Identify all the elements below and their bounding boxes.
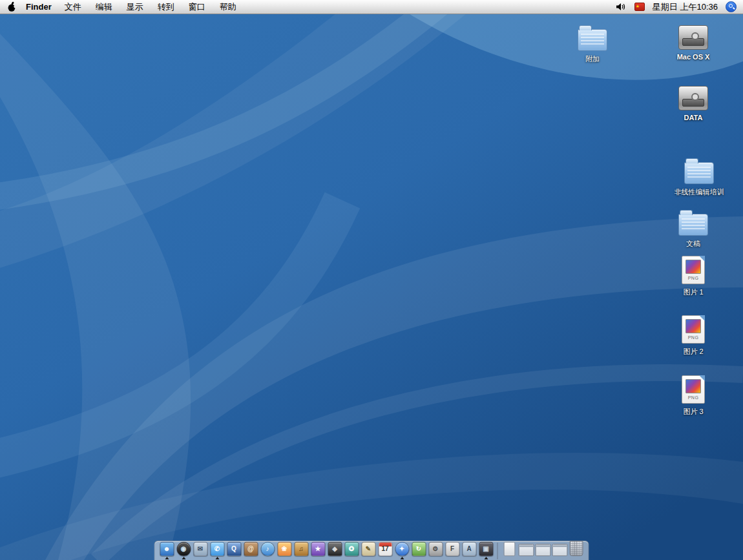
dock-minimized-window-2[interactable]: [536, 544, 550, 559]
png-badge-label: PNG: [688, 395, 699, 400]
finder-icon: ☻: [160, 542, 174, 556]
running-indicator: [165, 557, 169, 559]
trash-icon: [570, 541, 583, 556]
idvd-icon: ◆: [328, 542, 342, 556]
dock: ☻◉✉✆Q@♪❀♫★◆✪✎17✦↻⚙FA▣: [154, 541, 589, 560]
dock-system-preferences[interactable]: ⚙: [428, 542, 443, 559]
quicktime-glyph: Q: [231, 546, 236, 552]
ichat-glyph: ✆: [215, 546, 220, 552]
desktop-icon-label: 文稿: [686, 239, 700, 249]
folder-icon: [678, 214, 708, 236]
volume-icon[interactable]: [616, 3, 627, 11]
system-preferences-glyph: ⚙: [433, 546, 439, 552]
menu-item-1[interactable]: 文件: [65, 1, 81, 13]
spotlight-handle: [733, 7, 735, 10]
png-thumbnail: [685, 379, 701, 393]
folder-icon: [684, 162, 714, 184]
ical-icon: 17: [378, 542, 392, 556]
desktop-wallpaper: [0, 0, 743, 560]
isync-glyph: ↻: [416, 546, 421, 552]
apple-menu-icon[interactable]: [6, 1, 17, 12]
dock-itunes[interactable]: ♪: [260, 542, 275, 559]
dock-iphoto[interactable]: ❀: [277, 542, 292, 559]
desktop-icon-label: DATA: [684, 114, 703, 121]
document-icon: [503, 542, 515, 556]
png-file-icon: PNG: [682, 375, 705, 404]
dictionary-icon: A: [462, 542, 476, 556]
address-book-icon: @: [244, 542, 258, 556]
desktop-icon-label: 图片 3: [683, 407, 703, 417]
dock-video-editor[interactable]: ▣: [479, 542, 494, 559]
desktop-icon-macosx-disk[interactable]: Mac OS X: [667, 22, 719, 61]
menubar-menus: 文件编辑显示转到窗口帮助: [65, 1, 236, 13]
iphoto-glyph: ❀: [282, 546, 287, 552]
dock-finder[interactable]: ☻: [160, 542, 174, 559]
dock-dashboard[interactable]: ◉: [176, 542, 191, 559]
menu-item-5[interactable]: 窗口: [189, 1, 205, 13]
dashboard-icon: ◉: [176, 542, 191, 556]
menu-item-4[interactable]: 转到: [158, 1, 174, 13]
dock-mail[interactable]: ✉: [193, 542, 208, 559]
pages-glyph: ✎: [366, 546, 371, 552]
dock-minimized-window-3[interactable]: [552, 544, 567, 559]
menu-item-3[interactable]: 显示: [127, 1, 143, 13]
dock-garageband[interactable]: ♫: [294, 542, 309, 559]
desktop-icon-image-1[interactable]: PNG 图片 1: [667, 256, 719, 297]
desktop-icon-editing-training-folder[interactable]: 非线性编辑培训: [673, 156, 725, 197]
quicktime-icon: Q: [227, 542, 241, 556]
dock-ical[interactable]: 17: [378, 542, 393, 559]
safari-icon: ✦: [395, 542, 409, 556]
dock-iweb[interactable]: ✪: [344, 542, 359, 559]
desktop-icon-documents-folder[interactable]: 文稿: [667, 208, 719, 249]
mail-glyph: ✉: [198, 546, 203, 552]
dock-dictionary[interactable]: A: [462, 542, 477, 559]
video-editor-icon: ▣: [479, 542, 493, 556]
dock-divider: [497, 543, 498, 559]
desktop-icon-label: Mac OS X: [677, 53, 710, 61]
system-preferences-icon: ⚙: [428, 542, 443, 556]
dock-idvd[interactable]: ◆: [328, 542, 342, 559]
dock-pages[interactable]: ✎: [361, 542, 376, 559]
png-badge-label: PNG: [688, 335, 699, 340]
running-indicator: [400, 557, 404, 559]
running-indicator: [215, 557, 219, 559]
menu-item-2[interactable]: 编辑: [96, 1, 112, 13]
desktop-icon-image-2[interactable]: PNG 图片 2: [667, 315, 719, 357]
dock-safari[interactable]: ✦: [395, 542, 410, 559]
dock-ichat[interactable]: ✆: [210, 542, 225, 559]
active-app-name[interactable]: Finder: [26, 2, 52, 12]
input-source-flag-icon[interactable]: ★: [634, 3, 645, 11]
desktop-icon-image-3[interactable]: PNG 图片 3: [667, 375, 719, 417]
menu-item-6[interactable]: 帮助: [220, 1, 236, 13]
garageband-icon: ♫: [294, 542, 308, 556]
dock-address-book[interactable]: @: [244, 542, 258, 559]
running-indicator: [182, 557, 185, 559]
dashboard-glyph: ◉: [181, 546, 187, 552]
itunes-icon: ♪: [260, 542, 275, 556]
address-book-glyph: @: [247, 546, 254, 552]
dock-apps-section: ☻◉✉✆Q@♪❀♫★◆✪✎17✦↻⚙FA▣: [160, 542, 494, 559]
iphoto-icon: ❀: [277, 542, 291, 556]
menubar-clock[interactable]: 星期日 上午10:36: [653, 1, 718, 13]
dock-trash[interactable]: [569, 541, 584, 559]
dock-documents-section: [502, 541, 584, 559]
desktop-icon-label: 图片 2: [683, 347, 703, 357]
minimized-window-thumbnail: [535, 544, 550, 556]
dock-quicktime[interactable]: Q: [227, 542, 242, 559]
dock-font-book[interactable]: F: [445, 542, 460, 559]
spotlight-icon[interactable]: [726, 1, 737, 12]
png-file-icon: PNG: [682, 315, 705, 344]
imovie-icon: ★: [311, 542, 325, 556]
desktop-icon-fujia-folder[interactable]: 附加: [567, 23, 618, 64]
dock-imovie[interactable]: ★: [311, 542, 326, 559]
finder-glyph: ☻: [163, 546, 171, 552]
hard-disk-icon: [678, 25, 708, 50]
pages-icon: ✎: [361, 542, 375, 556]
menubar-status-area: ★ 星期日 上午10:36: [616, 1, 737, 13]
dock-document[interactable]: [502, 542, 517, 559]
dock-isync[interactable]: ↻: [412, 542, 426, 559]
itunes-glyph: ♪: [266, 546, 269, 552]
isync-icon: ↻: [412, 542, 426, 556]
desktop-icon-data-disk[interactable]: DATA: [667, 83, 719, 121]
dock-minimized-window-1[interactable]: [519, 544, 534, 559]
